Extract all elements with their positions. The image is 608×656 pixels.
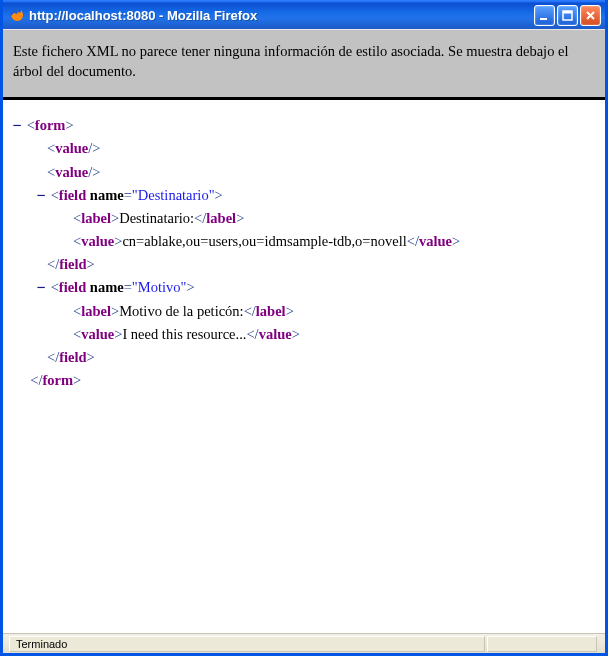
xml-node-field1-close: </field> xyxy=(15,253,597,276)
xml-node-field2-close: </field> xyxy=(15,346,597,369)
maximize-button[interactable] xyxy=(557,5,578,26)
xml-no-style-message: Este fichero XML no parece tener ninguna… xyxy=(3,29,605,100)
xml-node-field2-label: <label>Motivo de la peticón:</label> xyxy=(15,300,597,323)
svg-rect-3 xyxy=(563,11,572,14)
window-controls xyxy=(534,5,601,26)
status-text: Terminado xyxy=(9,636,485,652)
xml-node-value-selfclose: <value/> xyxy=(15,161,597,184)
close-button[interactable] xyxy=(580,5,601,26)
toggle-icon[interactable]: − xyxy=(35,276,47,299)
svg-rect-1 xyxy=(540,18,547,20)
xml-node-form-open: − <form> xyxy=(15,114,597,137)
xml-node-field2-value: <value>I need this resource...</value> xyxy=(15,323,597,346)
xml-node-value-selfclose: <value/> xyxy=(15,137,597,160)
xml-node-field2-open: − <field name="Motivo"> xyxy=(15,276,597,299)
minimize-button[interactable] xyxy=(534,5,555,26)
status-extra xyxy=(487,636,597,652)
firefox-icon xyxy=(9,7,25,23)
xml-node-field1-open: − <field name="Destinatario"> xyxy=(15,184,597,207)
xml-tree: − <form> <value/> <value/> − <field name… xyxy=(3,100,605,633)
statusbar: Terminado xyxy=(3,633,605,653)
xml-node-field1-label: <label>Destinatario:</label> xyxy=(15,207,597,230)
toggle-icon[interactable]: − xyxy=(11,114,23,137)
toggle-icon[interactable]: − xyxy=(35,184,47,207)
browser-window: http://localhost:8080 - Mozilla Firefox … xyxy=(0,0,608,656)
titlebar: http://localhost:8080 - Mozilla Firefox xyxy=(3,0,605,29)
xml-node-field1-value: <value>cn=ablake,ou=users,ou=idmsample-t… xyxy=(15,230,597,253)
window-title: http://localhost:8080 - Mozilla Firefox xyxy=(29,8,534,23)
xml-node-form-close: </form> xyxy=(15,369,597,392)
